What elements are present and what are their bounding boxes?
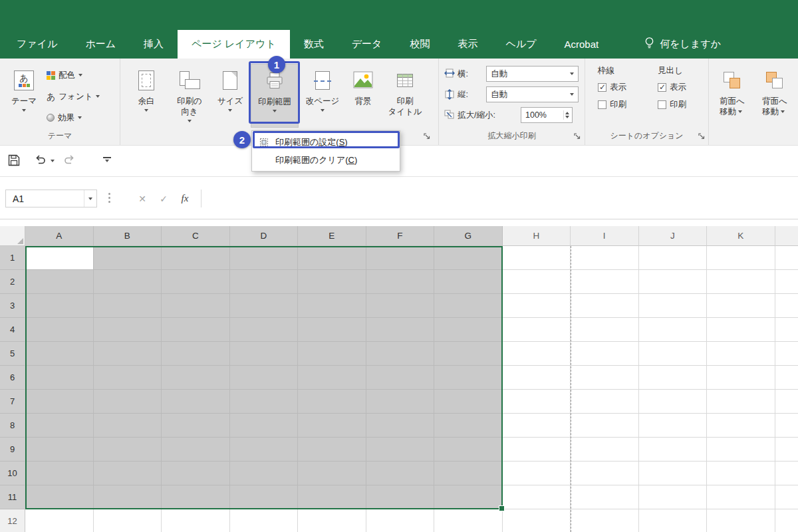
cell-J11[interactable] [639,485,708,509]
cell-F2[interactable] [366,270,435,294]
cell-C6[interactable] [162,366,230,390]
cell-K3[interactable] [707,294,775,318]
cell-H2[interactable] [503,270,571,294]
cell-F1[interactable] [366,246,435,270]
cell-B11[interactable] [94,485,162,509]
cell-A8[interactable] [25,414,94,438]
insert-function-icon[interactable]: fx [174,193,196,204]
cell-G5[interactable] [434,342,503,366]
cell-D10[interactable] [230,462,299,485]
cell-B9[interactable] [94,438,162,462]
row-header-2[interactable]: 2 [0,270,25,294]
column-header-K[interactable]: K [707,226,775,246]
cell-A9[interactable] [25,438,94,462]
tab-home[interactable]: ホーム [71,30,130,59]
cell-I12[interactable] [571,509,639,532]
column-header-J[interactable]: J [639,226,708,246]
cell-J6[interactable] [639,366,708,390]
headings-print-checkbox[interactable] [658,100,666,109]
theme-colors-button[interactable]: 配色 [44,66,85,84]
cell-B7[interactable] [94,390,162,414]
tab-acrobat[interactable]: Acrobat [551,30,613,59]
cell-K2[interactable] [707,270,775,294]
cell-E3[interactable] [298,294,366,318]
cell-B12[interactable] [94,509,162,532]
cell-B1[interactable] [94,246,162,270]
cell-E4[interactable] [298,318,366,342]
cell-A1[interactable] [25,246,94,270]
cell-K5[interactable] [707,342,775,366]
scale-percent-spinner[interactable]: 100% [521,107,573,123]
row-header-10[interactable]: 10 [0,462,25,485]
cell-K11[interactable] [707,485,775,509]
cell-E11[interactable] [298,485,366,509]
row-header-6[interactable]: 6 [0,366,25,390]
enter-icon[interactable]: ✓ [153,194,174,204]
column-header-F[interactable]: F [366,226,435,246]
cell-J2[interactable] [639,270,708,294]
tab-data[interactable]: データ [338,30,396,59]
cell-G11[interactable] [434,485,503,509]
cell-I11[interactable] [571,485,639,509]
cell-F12[interactable] [366,509,435,532]
cell-partial12[interactable] [775,509,798,532]
cell-I6[interactable] [571,366,639,390]
cell-C11[interactable] [162,485,230,509]
cell-J5[interactable] [639,342,708,366]
cell-G9[interactable] [434,438,503,462]
cell-A7[interactable] [25,390,94,414]
row-header-11[interactable]: 11 [0,485,25,509]
cell-C8[interactable] [162,414,230,438]
cell-K1[interactable] [707,246,775,270]
cell-F11[interactable] [366,485,435,509]
cell-D3[interactable] [230,294,299,318]
cell-C1[interactable] [162,246,230,270]
cell-B4[interactable] [94,318,162,342]
cell-I3[interactable] [571,294,639,318]
row-header-7[interactable]: 7 [0,390,25,414]
cell-G4[interactable] [434,318,503,342]
column-header-D[interactable]: D [230,226,299,246]
formula-bar-resize-handle[interactable] [108,193,110,203]
cell-I4[interactable] [571,318,639,342]
cell-H4[interactable] [503,318,571,342]
cell-J4[interactable] [639,318,708,342]
cell-A5[interactable] [25,342,94,366]
cell-B10[interactable] [94,462,162,485]
cell-B3[interactable] [94,294,162,318]
tell-me-box[interactable]: 何をしますか [638,30,728,59]
cell-H6[interactable] [503,366,571,390]
row-header-12[interactable]: 12 [0,509,25,532]
cell-J8[interactable] [639,414,708,438]
print-area-button[interactable]: 印刷範囲 [251,64,299,128]
cell-J7[interactable] [639,390,708,414]
cell-F8[interactable] [366,414,435,438]
sheet-options-dialog-launcher[interactable] [697,132,706,141]
cell-partial3[interactable] [775,294,798,318]
name-box-dropdown[interactable] [84,198,96,200]
cell-D9[interactable] [230,438,299,462]
cell-A3[interactable] [25,294,94,318]
tab-review[interactable]: 校閲 [396,30,444,59]
theme-fonts-button[interactable]: あ フォント [44,88,102,105]
cell-E8[interactable] [298,414,366,438]
row-header-1[interactable]: 1 [0,246,25,270]
cell-partial9[interactable] [775,438,798,462]
width-select[interactable]: 自動 [486,66,579,82]
cell-C7[interactable] [162,390,230,414]
cell-E12[interactable] [298,509,366,532]
cell-F9[interactable] [366,438,435,462]
orientation-button[interactable]: 印刷の向き [169,64,210,128]
cell-H1[interactable] [503,246,571,270]
cell-partial11[interactable] [775,485,798,509]
cell-D8[interactable] [230,414,299,438]
cell-D7[interactable] [230,390,299,414]
select-all-corner[interactable] [0,226,25,246]
column-header-A[interactable]: A [25,226,94,246]
cell-D12[interactable] [230,509,299,532]
scale-dialog-launcher[interactable] [573,132,582,141]
cell-G10[interactable] [434,462,503,485]
cell-H11[interactable] [503,485,571,509]
cell-partial10[interactable] [775,462,798,485]
height-select[interactable]: 自動 [486,86,579,102]
